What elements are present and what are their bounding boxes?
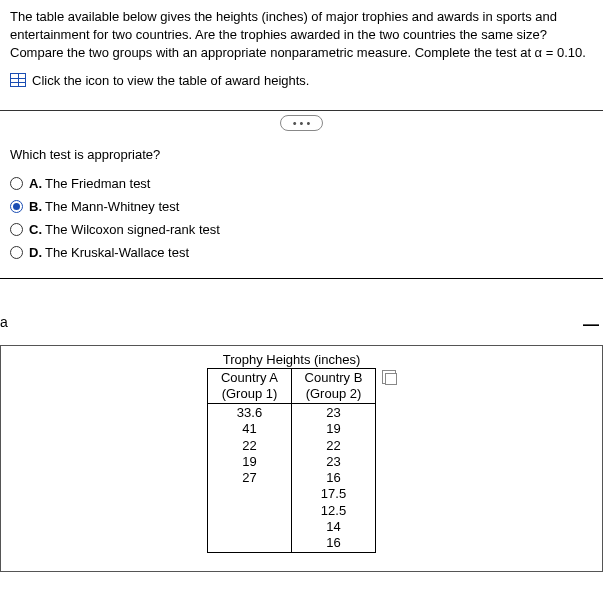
radio-icon	[10, 246, 23, 259]
table-icon	[10, 73, 26, 87]
radio-icon	[10, 177, 23, 190]
part-label-a: a	[0, 314, 8, 330]
radio-icon	[10, 200, 23, 213]
radio-icon	[10, 223, 23, 236]
option-text: The Kruskal-Wallace test	[45, 245, 189, 260]
table-cell: 23 19 22 23 16 17.5 12.5 14 16	[292, 404, 376, 553]
option-text: The Wilcoxon signed-rank test	[45, 222, 220, 237]
option-letter: B.	[29, 199, 42, 214]
view-table-link[interactable]: Click the icon to view the table of awar…	[10, 73, 593, 88]
collapse-icon[interactable]: —	[583, 316, 599, 334]
option-letter: C.	[29, 222, 42, 237]
copy-icon[interactable]	[382, 370, 396, 384]
option-text: The Mann-Whitney test	[45, 199, 179, 214]
data-table-panel: Trophy Heights (inches) Country A(Group …	[0, 345, 603, 573]
answer-options: A.The Friedman test B.The Mann-Whitney t…	[10, 176, 593, 260]
option-a[interactable]: A.The Friedman test	[10, 176, 593, 191]
option-c[interactable]: C.The Wilcoxon signed-rank test	[10, 222, 593, 237]
column-header-country-a: Country A(Group 1)	[208, 368, 292, 404]
table-cell: 33.6 41 22 19 27	[208, 404, 292, 553]
problem-intro: The table available below gives the heig…	[10, 8, 593, 63]
option-text: The Friedman test	[45, 176, 151, 191]
option-letter: D.	[29, 245, 42, 260]
option-b[interactable]: B.The Mann-Whitney test	[10, 199, 593, 214]
divider-thick	[0, 278, 603, 279]
option-letter: A.	[29, 176, 42, 191]
column-header-country-b: Country B(Group 2)	[292, 368, 376, 404]
view-table-link-text: Click the icon to view the table of awar…	[32, 73, 309, 88]
table-caption: Trophy Heights (inches)	[207, 352, 376, 368]
option-d[interactable]: D.The Kruskal-Wallace test	[10, 245, 593, 260]
question-prompt: Which test is appropriate?	[10, 147, 593, 162]
expand-button[interactable]: • • •	[280, 115, 324, 131]
trophy-heights-table: Trophy Heights (inches) Country A(Group …	[207, 352, 376, 554]
